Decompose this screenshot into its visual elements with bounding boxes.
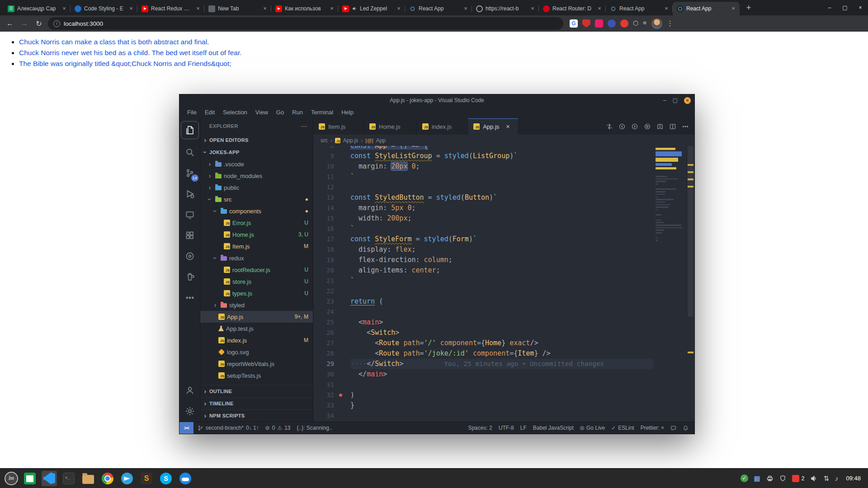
tree-file-item-js[interactable]: JSItem.jsM xyxy=(200,240,313,252)
browser-minimize-button[interactable]: – xyxy=(822,5,837,11)
code-line[interactable]: width: 200px; xyxy=(350,213,654,224)
line-number[interactable]: 14 xyxy=(313,203,334,213)
browser-tab[interactable]: React Router: D× xyxy=(539,2,606,15)
code-line[interactable]: margin: 5px 0; xyxy=(350,203,654,213)
browser-tab[interactable]: Led Zeppel× xyxy=(338,2,405,15)
cloud-taskbar-icon[interactable] xyxy=(178,471,193,486)
code-line[interactable]: <main> xyxy=(350,317,654,328)
printer-icon[interactable] xyxy=(766,475,774,482)
update-manager-icon[interactable]: ✓ xyxy=(741,474,748,482)
line-number[interactable]: 10 xyxy=(313,161,334,172)
coffee-pot-icon[interactable] xyxy=(181,267,199,287)
code-line[interactable]: ` xyxy=(350,276,654,286)
code-line[interactable]: } xyxy=(350,400,654,411)
line-number[interactable]: 34 xyxy=(313,411,334,421)
tree-file-setuptests-js[interactable]: JSsetupTests.js xyxy=(200,370,313,381)
problems-status[interactable]: ⊘0 ⚠13 xyxy=(262,422,294,434)
tab-close-icon[interactable]: × xyxy=(395,5,402,12)
messages-icon[interactable] xyxy=(792,475,799,482)
code-line[interactable]: align-items: center; xyxy=(350,265,654,276)
menu-terminal[interactable]: Terminal xyxy=(307,109,337,116)
telegram-taskbar-icon[interactable] xyxy=(119,471,135,486)
menu-help[interactable]: Help xyxy=(337,109,358,116)
feedback-icon[interactable] xyxy=(667,425,679,431)
more-icon[interactable] xyxy=(181,287,199,308)
tab-close-icon[interactable]: × xyxy=(506,123,509,130)
tree-file-logo-svg[interactable]: logo.svg xyxy=(200,346,313,358)
joke-link[interactable]: The Bible was originally titled &quot;Ch… xyxy=(19,60,231,67)
line-number[interactable]: 20 xyxy=(313,265,334,276)
breadcrumb-symbol[interactable]: App xyxy=(376,137,386,144)
git-branch-status[interactable]: second-branch* 0↓ 1↑ xyxy=(194,422,262,434)
code-line[interactable]: flex-direction: column; xyxy=(350,255,654,265)
browser-tab[interactable]: Code Styling - E× xyxy=(71,2,137,15)
open-changes-icon[interactable] xyxy=(604,121,615,132)
breadcrumb-file[interactable]: App.js xyxy=(343,137,358,144)
line-number[interactable]: 17 xyxy=(313,234,334,244)
code-line[interactable]: <Switch> xyxy=(350,328,654,338)
account-icon[interactable] xyxy=(181,380,199,401)
editor-scrollbar[interactable] xyxy=(686,146,694,422)
code-line[interactable]: ` xyxy=(350,172,654,182)
line-number-gutter[interactable]: 8910111213141516171819202122232425262728… xyxy=(313,146,337,422)
remote-indicator[interactable]: >< xyxy=(179,422,193,434)
browser-menu-icon[interactable]: ⋮ xyxy=(667,19,672,28)
code-line[interactable]: <Route path='/' component={Home} exact/> xyxy=(350,338,654,348)
code-line[interactable]: const App = () => { xyxy=(350,146,654,151)
indentation-status[interactable]: Spaces: 2 xyxy=(465,425,495,431)
site-info-icon[interactable]: i xyxy=(53,20,60,27)
profile-avatar[interactable] xyxy=(651,18,662,29)
encoding-status[interactable]: UTF-8 xyxy=(495,425,517,431)
chrome-taskbar-icon[interactable] xyxy=(100,471,115,486)
run-file-icon[interactable] xyxy=(642,121,653,132)
line-number[interactable]: 12 xyxy=(313,182,334,192)
code-line[interactable] xyxy=(350,286,654,296)
breadcrumb[interactable]: src › JS App.js › [@] App xyxy=(313,135,694,146)
language-mode-status[interactable]: Babel JavaScript xyxy=(530,425,577,431)
browser-tab[interactable]: Как использов× xyxy=(271,2,338,15)
music-player-icon[interactable]: ♪ xyxy=(835,474,839,482)
tab-close-icon[interactable]: × xyxy=(328,5,335,12)
tab-close-icon[interactable]: × xyxy=(596,5,603,12)
browser-tab[interactable]: New Tab× xyxy=(204,2,271,15)
forward-button[interactable]: → xyxy=(19,19,30,28)
go-forward-icon[interactable] xyxy=(629,121,640,132)
browser-maximize-button[interactable]: ▢ xyxy=(837,5,853,11)
vscode-restore-button[interactable]: ▢ xyxy=(673,97,678,103)
editor-tab-app-js[interactable]: JSApp.js× xyxy=(468,118,519,135)
tab-close-icon[interactable]: × xyxy=(127,5,135,12)
browser-tab[interactable]: React App× xyxy=(606,2,673,15)
tab-close-icon[interactable]: × xyxy=(663,5,670,12)
tree-file-reportwebvitals-js[interactable]: JSreportWebVitals.js xyxy=(200,358,313,370)
network-icon[interactable]: ⇅ xyxy=(823,474,829,483)
glyph-margin[interactable] xyxy=(337,146,350,422)
line-number[interactable]: 23 xyxy=(313,296,334,307)
line-number[interactable]: 33 xyxy=(313,400,334,411)
settings-icon[interactable] xyxy=(181,401,199,422)
vscode-taskbar-icon[interactable] xyxy=(42,471,57,486)
tab-close-icon[interactable]: × xyxy=(194,5,202,12)
tab-close-icon[interactable]: × xyxy=(462,5,469,12)
prettier-status[interactable]: Prettier: × xyxy=(637,425,667,431)
tab-close-icon[interactable]: × xyxy=(529,5,536,12)
browser-close-button[interactable]: × xyxy=(853,5,868,11)
tree-folder-node-modules[interactable]: ›node_modules xyxy=(200,170,313,182)
open-editors-section[interactable]: › OPEN EDITORS xyxy=(200,134,313,146)
eslint-status[interactable]: ✓ESLint xyxy=(608,425,637,431)
tree-file-types-js[interactable]: JStypes.jsU xyxy=(200,287,313,299)
sublime-taskbar-icon[interactable]: S xyxy=(139,471,154,486)
vscode-minimize-button[interactable]: – xyxy=(663,97,666,103)
more-actions-icon[interactable] xyxy=(680,121,691,132)
workspaces-icon[interactable]: ▦ xyxy=(754,474,760,483)
menu-run[interactable]: Run xyxy=(288,109,307,116)
code-content[interactable]: const App = () => {const StyleListGroup … xyxy=(350,146,654,422)
tree-file-home-js[interactable]: JSHome.js3, U xyxy=(200,229,313,240)
line-number[interactable]: 21 xyxy=(313,276,334,286)
line-number[interactable]: 25 xyxy=(313,317,334,328)
minimap[interactable] xyxy=(654,146,686,422)
code-line[interactable]: </main> xyxy=(350,369,654,380)
tree-folder-components[interactable]: ›components● xyxy=(200,205,313,217)
go-live-button[interactable]: Go Live xyxy=(577,425,608,431)
run-debug-icon[interactable] xyxy=(181,183,199,204)
tab-close-icon[interactable]: × xyxy=(61,5,68,12)
